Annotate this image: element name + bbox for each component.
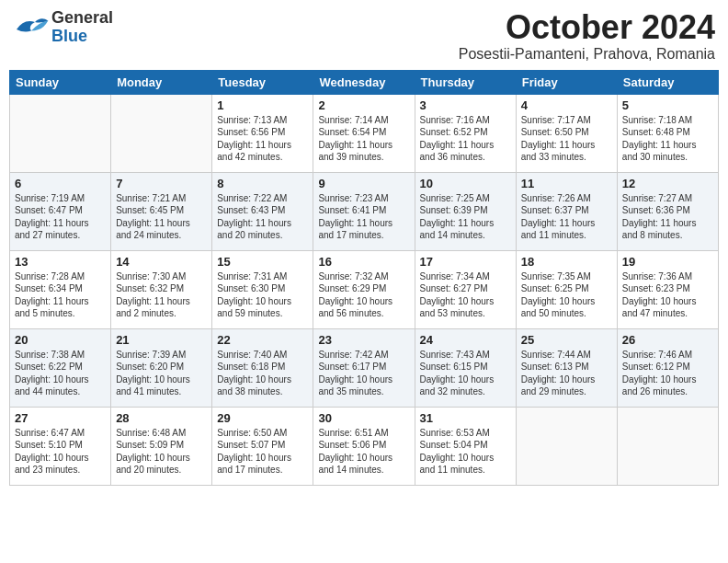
cell-content: Sunrise: 7:28 AM Sunset: 6:34 PM Dayligh…: [15, 270, 106, 320]
calendar-cell: 30Sunrise: 6:51 AM Sunset: 5:06 PM Dayli…: [313, 407, 415, 485]
title-area: October 2024 Posestii-Pamanteni, Prahova…: [459, 9, 715, 63]
cell-content: Sunrise: 7:32 AM Sunset: 6:29 PM Dayligh…: [318, 270, 409, 320]
day-number: 30: [318, 411, 409, 425]
day-number: 17: [420, 255, 511, 269]
cell-content: Sunrise: 7:36 AM Sunset: 6:23 PM Dayligh…: [622, 270, 713, 320]
cell-content: Sunrise: 7:43 AM Sunset: 6:15 PM Dayligh…: [420, 349, 511, 398]
header-tuesday: Tuesday: [212, 70, 313, 94]
cell-content: Sunrise: 7:31 AM Sunset: 6:30 PM Dayligh…: [217, 270, 308, 320]
day-number: 23: [318, 333, 409, 347]
calendar-cell: 26Sunrise: 7:46 AM Sunset: 6:12 PM Dayli…: [617, 328, 718, 407]
day-number: 14: [116, 255, 207, 269]
calendar-cell: 24Sunrise: 7:43 AM Sunset: 6:15 PM Dayli…: [415, 328, 516, 407]
day-number: 21: [116, 333, 207, 347]
cell-content: Sunrise: 7:42 AM Sunset: 6:17 PM Dayligh…: [318, 349, 409, 398]
cell-content: Sunrise: 6:50 AM Sunset: 5:07 PM Dayligh…: [217, 427, 308, 477]
day-number: 11: [521, 177, 612, 190]
header-sunday: Sunday: [10, 70, 111, 94]
page-header: General Blue October 2024 Posestii-Paman…: [9, 9, 719, 63]
calendar-cell: [10, 94, 111, 172]
cell-content: Sunrise: 7:38 AM Sunset: 6:22 PM Dayligh…: [15, 349, 106, 398]
cell-content: Sunrise: 6:51 AM Sunset: 5:06 PM Dayligh…: [318, 427, 409, 477]
logo-bird-icon: [13, 15, 50, 40]
calendar-header-row: Sunday Monday Tuesday Wednesday Thursday…: [10, 70, 719, 94]
calendar-cell: 6Sunrise: 7:19 AM Sunset: 6:47 PM Daylig…: [10, 172, 111, 250]
header-wednesday: Wednesday: [313, 70, 415, 94]
calendar-cell: 18Sunrise: 7:35 AM Sunset: 6:25 PM Dayli…: [516, 250, 617, 328]
day-number: 10: [420, 177, 511, 190]
calendar-table: Sunday Monday Tuesday Wednesday Thursday…: [9, 70, 719, 486]
cell-content: Sunrise: 7:34 AM Sunset: 6:27 PM Dayligh…: [420, 270, 511, 320]
calendar-cell: 17Sunrise: 7:34 AM Sunset: 6:27 PM Dayli…: [415, 250, 516, 328]
calendar-cell: 10Sunrise: 7:25 AM Sunset: 6:39 PM Dayli…: [415, 172, 516, 250]
day-number: 15: [217, 255, 308, 269]
day-number: 19: [622, 255, 713, 269]
day-number: 28: [116, 411, 207, 425]
calendar-week-row: 13Sunrise: 7:28 AM Sunset: 6:34 PM Dayli…: [10, 250, 719, 328]
cell-content: Sunrise: 7:39 AM Sunset: 6:20 PM Dayligh…: [116, 349, 207, 398]
day-number: 20: [15, 333, 106, 347]
cell-content: Sunrise: 7:19 AM Sunset: 6:47 PM Dayligh…: [15, 192, 106, 242]
day-number: 5: [622, 98, 713, 112]
calendar-cell: 9Sunrise: 7:23 AM Sunset: 6:41 PM Daylig…: [313, 172, 415, 250]
calendar-week-row: 27Sunrise: 6:47 AM Sunset: 5:10 PM Dayli…: [10, 407, 719, 485]
day-number: 12: [622, 177, 713, 190]
day-number: 24: [420, 333, 511, 347]
day-number: 6: [15, 177, 106, 190]
day-number: 9: [318, 177, 409, 190]
calendar-cell: 4Sunrise: 7:17 AM Sunset: 6:50 PM Daylig…: [516, 94, 617, 172]
day-number: 3: [420, 98, 511, 112]
calendar-cell: 22Sunrise: 7:40 AM Sunset: 6:18 PM Dayli…: [212, 328, 313, 407]
calendar-cell: 20Sunrise: 7:38 AM Sunset: 6:22 PM Dayli…: [10, 328, 111, 407]
day-number: 22: [217, 333, 308, 347]
calendar-cell: 5Sunrise: 7:18 AM Sunset: 6:48 PM Daylig…: [617, 94, 718, 172]
day-number: 1: [217, 98, 308, 112]
header-thursday: Thursday: [415, 70, 516, 94]
cell-content: Sunrise: 7:17 AM Sunset: 6:50 PM Dayligh…: [521, 114, 612, 164]
header-friday: Friday: [516, 70, 617, 94]
calendar-week-row: 6Sunrise: 7:19 AM Sunset: 6:47 PM Daylig…: [10, 172, 719, 250]
calendar-cell: 19Sunrise: 7:36 AM Sunset: 6:23 PM Dayli…: [617, 250, 718, 328]
month-title: October 2024: [459, 9, 715, 46]
calendar-cell: 13Sunrise: 7:28 AM Sunset: 6:34 PM Dayli…: [10, 250, 111, 328]
calendar-cell: 25Sunrise: 7:44 AM Sunset: 6:13 PM Dayli…: [516, 328, 617, 407]
calendar-cell: [516, 407, 617, 485]
logo-blue: Blue: [51, 28, 113, 46]
cell-content: Sunrise: 7:35 AM Sunset: 6:25 PM Dayligh…: [521, 270, 612, 320]
day-number: 16: [318, 255, 409, 269]
cell-content: Sunrise: 7:16 AM Sunset: 6:52 PM Dayligh…: [420, 114, 511, 164]
cell-content: Sunrise: 6:47 AM Sunset: 5:10 PM Dayligh…: [15, 427, 106, 477]
day-number: 8: [217, 177, 308, 190]
calendar-cell: 27Sunrise: 6:47 AM Sunset: 5:10 PM Dayli…: [10, 407, 111, 485]
day-number: 18: [521, 255, 612, 269]
calendar-week-row: 20Sunrise: 7:38 AM Sunset: 6:22 PM Dayli…: [10, 328, 719, 407]
cell-content: Sunrise: 7:26 AM Sunset: 6:37 PM Dayligh…: [521, 192, 612, 242]
cell-content: Sunrise: 7:44 AM Sunset: 6:13 PM Dayligh…: [521, 349, 612, 398]
day-number: 7: [116, 177, 207, 190]
calendar-cell: 12Sunrise: 7:27 AM Sunset: 6:36 PM Dayli…: [617, 172, 718, 250]
cell-content: Sunrise: 7:23 AM Sunset: 6:41 PM Dayligh…: [318, 192, 409, 242]
cell-content: Sunrise: 7:25 AM Sunset: 6:39 PM Dayligh…: [420, 192, 511, 242]
header-monday: Monday: [111, 70, 212, 94]
calendar-cell: 14Sunrise: 7:30 AM Sunset: 6:32 PM Dayli…: [111, 250, 212, 328]
cell-content: Sunrise: 7:40 AM Sunset: 6:18 PM Dayligh…: [217, 349, 308, 398]
calendar-cell: 21Sunrise: 7:39 AM Sunset: 6:20 PM Dayli…: [111, 328, 212, 407]
day-number: 4: [521, 98, 612, 112]
calendar-cell: 16Sunrise: 7:32 AM Sunset: 6:29 PM Dayli…: [313, 250, 415, 328]
cell-content: Sunrise: 7:18 AM Sunset: 6:48 PM Dayligh…: [622, 114, 713, 164]
cell-content: Sunrise: 7:27 AM Sunset: 6:36 PM Dayligh…: [622, 192, 713, 242]
cell-content: Sunrise: 6:48 AM Sunset: 5:09 PM Dayligh…: [116, 427, 207, 477]
calendar-cell: 23Sunrise: 7:42 AM Sunset: 6:17 PM Dayli…: [313, 328, 415, 407]
cell-content: Sunrise: 7:13 AM Sunset: 6:56 PM Dayligh…: [217, 114, 308, 164]
calendar-cell: 31Sunrise: 6:53 AM Sunset: 5:04 PM Dayli…: [415, 407, 516, 485]
day-number: 31: [420, 411, 511, 425]
cell-content: Sunrise: 7:30 AM Sunset: 6:32 PM Dayligh…: [116, 270, 207, 320]
day-number: 2: [318, 98, 409, 112]
day-number: 13: [15, 255, 106, 269]
calendar-cell: 29Sunrise: 6:50 AM Sunset: 5:07 PM Dayli…: [212, 407, 313, 485]
logo: General Blue: [13, 9, 113, 46]
cell-content: Sunrise: 7:21 AM Sunset: 6:45 PM Dayligh…: [116, 192, 207, 242]
cell-content: Sunrise: 7:22 AM Sunset: 6:43 PM Dayligh…: [217, 192, 308, 242]
cell-content: Sunrise: 7:14 AM Sunset: 6:54 PM Dayligh…: [318, 114, 409, 164]
calendar-cell: [111, 94, 212, 172]
